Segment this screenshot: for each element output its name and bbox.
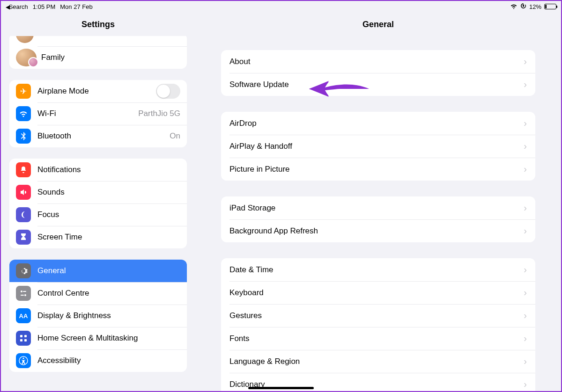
chevron-right-icon: › [524,310,527,321]
sidebar-item-label: Home Screen & Multitasking [37,334,180,343]
chevron-right-icon: › [524,264,527,275]
wifi-icon [16,106,31,121]
svg-rect-4 [21,295,24,296]
sidebar-item-label: Airplane Mode [37,87,156,96]
sidebar-item-family[interactable]: Family [9,46,187,69]
sidebar-network-group: ✈ Airplane Mode Wi-Fi ParthJio 5G Blueto… [9,80,187,147]
sidebar-item-label: Bluetooth [37,131,170,141]
battery-pct: 12% [529,3,541,10]
sidebar-item-notifications[interactable]: Notifications [9,159,187,181]
sidebar-item-label: Focus [37,210,180,219]
detail-item-pip[interactable]: Picture in Picture › [221,158,535,181]
family-avatar-icon [16,49,37,66]
back-label: Search [9,3,28,10]
svg-point-1 [21,290,22,292]
bluetooth-icon [16,129,31,144]
chevron-right-icon: › [524,333,527,344]
sidebar-item-label: Display & Brightness [37,311,180,320]
detail-label: Date & Time [229,265,524,275]
detail-item-airdrop[interactable]: AirDrop › [221,112,535,135]
sidebar-item-home-screen[interactable]: Home Screen & Multitasking [9,327,187,349]
chevron-right-icon: › [524,287,527,298]
sidebar-item-profile[interactable] [9,36,187,46]
sidebar-item-label: Control Centre [37,289,180,298]
detail-label: AirDrop [229,119,524,128]
sidebar-item-bluetooth[interactable]: Bluetooth On [9,125,187,147]
chevron-right-icon: › [524,118,527,129]
sidebar-item-general[interactable]: General [9,260,187,282]
svg-rect-0 [523,5,524,7]
bluetooth-value: On [170,131,180,141]
speaker-icon [16,185,31,200]
svg-rect-8 [24,339,27,341]
detail-pane: General About › Software Update › AirDro… [195,1,561,391]
sidebar-general-group: General Control Centre AA Display & Brig… [9,260,187,372]
detail-label: Fonts [229,334,524,343]
detail-label: iPad Storage [229,203,524,213]
svg-rect-7 [20,339,22,341]
detail-item-fonts[interactable]: Fonts › [221,327,535,350]
detail-item-airplay[interactable]: AirPlay & Handoff › [221,135,535,158]
sidebar-item-label: Sounds [37,188,180,197]
bell-icon [16,162,31,177]
svg-rect-2 [23,291,26,292]
settings-sidebar: Settings Family ✈ Airplane Mode W [1,1,195,391]
sliders-icon [16,286,31,301]
detail-item-about[interactable]: About › [221,50,535,73]
detail-item-language[interactable]: Language & Region › [221,350,535,373]
detail-item-software-update[interactable]: Software Update › [221,73,535,96]
svg-point-3 [24,294,26,296]
sidebar-item-accessibility[interactable]: Accessibility [9,349,187,372]
chevron-right-icon: › [524,225,527,236]
detail-item-storage[interactable]: iPad Storage › [221,196,535,219]
chevron-right-icon: › [524,379,527,390]
moon-icon [16,207,31,222]
airplane-toggle[interactable] [156,84,180,99]
detail-label: Keyboard [229,288,524,298]
detail-label: Gestures [229,311,524,320]
text-size-icon: AA [16,308,31,323]
grid-icon [16,331,31,346]
accessibility-icon [16,353,31,368]
sidebar-scroll[interactable]: Family ✈ Airplane Mode Wi-Fi ParthJio 5G [1,36,195,391]
svg-rect-6 [24,335,27,337]
svg-rect-5 [20,335,22,337]
sidebar-item-screen-time[interactable]: Screen Time [9,226,187,248]
sidebar-account-group: Family [9,36,187,69]
detail-group-storage: iPad Storage › Background App Refresh › [221,196,535,242]
wifi-value: ParthJio 5G [138,109,180,118]
sidebar-item-focus[interactable]: Focus [9,203,187,226]
sidebar-item-display[interactable]: AA Display & Brightness [9,305,187,327]
chevron-right-icon: › [524,141,527,152]
detail-item-gestures[interactable]: Gestures › [221,304,535,327]
detail-item-keyboard[interactable]: Keyboard › [221,281,535,304]
avatar [16,36,34,43]
airplane-icon: ✈ [16,84,31,99]
detail-group-about: About › Software Update › [221,50,535,96]
sidebar-item-label: Screen Time [37,232,180,242]
chevron-right-icon: › [524,203,527,213]
chevron-right-icon: › [524,56,527,67]
detail-label: AirPlay & Handoff [229,142,524,151]
clock: 1:05 PM [33,3,55,10]
back-to-app[interactable]: ◀ Search [6,3,28,10]
rotation-lock-icon [520,3,526,10]
sidebar-item-control-centre[interactable]: Control Centre [9,282,187,305]
sidebar-item-label: Family [41,53,180,62]
home-indicator[interactable] [248,387,314,389]
sidebar-item-sounds[interactable]: Sounds [9,181,187,203]
detail-item-date-time[interactable]: Date & Time › [221,258,535,281]
chevron-right-icon: › [524,164,527,174]
sidebar-item-airplane[interactable]: ✈ Airplane Mode [9,80,187,102]
detail-label: Picture in Picture [229,165,524,174]
detail-scroll[interactable]: About › Software Update › AirDrop › AirP… [195,36,561,391]
sidebar-item-wifi[interactable]: Wi-Fi ParthJio 5G [9,102,187,125]
chevron-right-icon: › [524,79,527,90]
battery-icon [544,4,556,9]
detail-item-bg-refresh[interactable]: Background App Refresh › [221,219,535,242]
detail-label: Software Update [229,80,524,89]
detail-group-input: Date & Time › Keyboard › Gestures › Font… [221,258,535,391]
date: Mon 27 Feb [60,3,92,10]
sidebar-item-label: General [37,266,180,276]
detail-label: Background App Refresh [229,226,524,236]
